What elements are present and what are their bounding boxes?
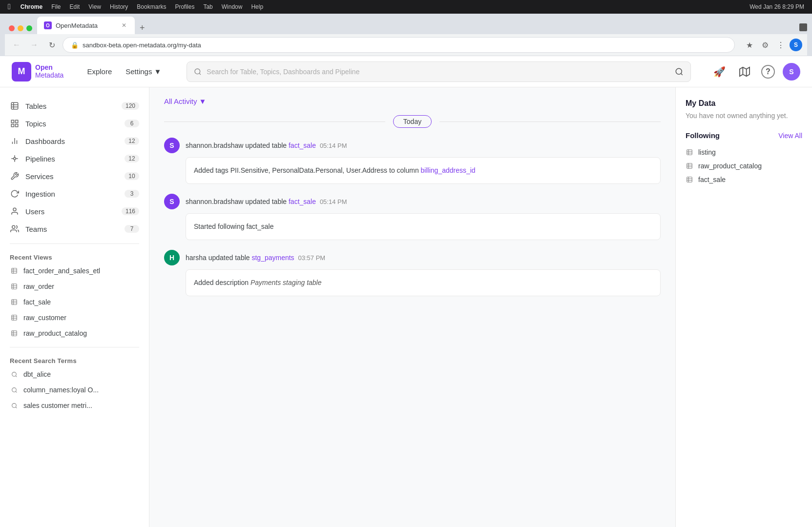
activity-filter-btn[interactable]: All Activity ▼ [164, 97, 206, 105]
pipelines-icon [10, 154, 20, 163]
chrome-nav-bar: ← → ↻ 🔒 sandbox-beta.open-metadata.org/m… [5, 34, 807, 56]
sidebar-item-services[interactable]: Services 10 [0, 167, 149, 185]
view-all-btn[interactable]: View All [778, 132, 802, 140]
nav-explore[interactable]: Explore [81, 63, 118, 80]
svg-rect-25 [687, 163, 692, 169]
nav-settings[interactable]: Settings ▼ [120, 63, 167, 80]
recent-views-section: Recent Views fact_order_and_sales_etl ra… [0, 250, 149, 341]
activity-user-1[interactable]: shannon.bradshaw [186, 198, 243, 205]
recent-view-raw-order[interactable]: raw_order [0, 279, 149, 294]
app-logo[interactable]: M Open Metadata [12, 62, 63, 81]
users-label: Users [25, 207, 116, 216]
recent-search-section: Recent Search Terms dbt_alice column_nam… [0, 353, 149, 413]
right-panel: My Data You have not owned anything yet.… [675, 87, 812, 527]
today-divider: Today [164, 115, 661, 128]
activity-item-header-2: H harsha updated table stg_payments 03:5… [164, 250, 661, 265]
activity-action-0: updated table [245, 142, 289, 149]
sidebar-item-ingestion[interactable]: Ingestion 3 [0, 185, 149, 203]
svg-rect-16 [12, 268, 17, 274]
sidebar: Tables 120 Topics 6 Dashboards [0, 87, 149, 527]
help-icon[interactable]: ? [761, 65, 775, 79]
following-item-fact-sale[interactable]: fact_sale [686, 173, 802, 186]
activity-action-2: updated table [208, 254, 252, 262]
recent-search-2[interactable]: sales customer metri... [0, 398, 149, 413]
search-icon [194, 68, 202, 76]
following-item-listing[interactable]: listing [686, 145, 802, 159]
recent-view-raw-product-catalog[interactable]: raw_product_catalog [0, 325, 149, 341]
my-data-empty-text: You have not owned anything yet. [686, 112, 802, 120]
sidebar-item-topics[interactable]: Topics 6 [0, 115, 149, 132]
mac-menu-window[interactable]: Window [222, 3, 243, 10]
sidebar-item-teams[interactable]: Teams 7 [0, 220, 149, 238]
svg-rect-26 [687, 177, 692, 182]
dashboards-count: 12 [125, 137, 139, 145]
mac-menu-edit[interactable]: Edit [70, 3, 80, 10]
svg-point-22 [12, 387, 16, 392]
ingestion-label: Ingestion [25, 190, 119, 198]
activity-card-link-0[interactable]: billing_address_id [421, 166, 476, 174]
teams-icon [10, 224, 20, 234]
address-bar[interactable]: 🔒 sandbox-beta.open-metadata.org/my-data [62, 37, 735, 53]
search-submit-btn[interactable] [675, 67, 684, 76]
chrome-tab-openmetadata[interactable]: O OpenMetadata ✕ [37, 17, 135, 34]
back-btn[interactable]: ← [10, 38, 23, 52]
recent-search-1[interactable]: column_names:loyal O... [0, 382, 149, 398]
following-label-1: raw_product_catalog [698, 162, 762, 170]
teams-label: Teams [25, 225, 119, 233]
mac-menu-view[interactable]: View [88, 3, 101, 10]
activity-time-0: 05:14 PM [320, 142, 347, 149]
tables-count: 120 [122, 102, 139, 110]
mac-menu-help[interactable]: Help [251, 3, 263, 10]
sidebar-item-users[interactable]: Users 116 [0, 203, 149, 220]
user-avatar[interactable]: S [783, 63, 800, 81]
following-header: Following View All [686, 131, 802, 140]
divider-line-left [164, 122, 385, 122]
mac-menu-file[interactable]: File [51, 3, 61, 10]
mac-menu-profiles[interactable]: Profiles [175, 3, 194, 10]
recent-search-0[interactable]: dbt_alice [0, 366, 149, 382]
forward-btn[interactable]: → [27, 38, 41, 52]
mac-menu-tab[interactable]: Tab [203, 3, 212, 10]
bookmark-icon[interactable]: ★ [743, 38, 756, 52]
mac-menu-history[interactable]: History [110, 3, 128, 10]
activity-header: All Activity ▼ [164, 97, 661, 105]
tab-close-btn[interactable]: ✕ [120, 21, 128, 29]
sidebar-item-tables[interactable]: Tables 120 [0, 97, 149, 115]
svg-point-0 [195, 69, 200, 74]
search-placeholder: Search for Table, Topics, Dashboards and… [207, 68, 359, 76]
activity-table-link-1[interactable]: fact_sale [289, 198, 316, 205]
activity-text-1: shannon.bradshaw updated table fact_sale… [186, 198, 347, 205]
search-icon-recent-0 [10, 370, 19, 379]
activity-table-link-2[interactable]: stg_payments [251, 254, 294, 262]
logo-icon: M [12, 62, 31, 81]
maximize-window-btn[interactable] [26, 25, 32, 31]
global-search-bar[interactable]: Search for Table, Topics, Dashboards and… [187, 61, 691, 82]
svg-rect-19 [12, 315, 17, 321]
sidebar-item-dashboards[interactable]: Dashboards 12 [0, 132, 149, 150]
svg-rect-24 [687, 150, 692, 155]
settings-dropdown-icon: ▼ [154, 67, 161, 76]
rocket-icon[interactable]: 🚀 [710, 63, 728, 81]
chrome-tabs: O OpenMetadata ✕ + [5, 17, 807, 34]
activity-user-0[interactable]: shannon.bradshaw [186, 142, 243, 149]
chrome-profile-avatar[interactable]: S [790, 39, 802, 51]
extensions-icon[interactable]: ⚙ [758, 38, 772, 52]
mac-menu-chrome[interactable]: Chrome [21, 3, 42, 10]
table-icon-following-1 [686, 162, 693, 170]
new-tab-btn[interactable]: + [136, 21, 149, 34]
close-window-btn[interactable] [9, 25, 15, 31]
minimize-window-btn[interactable] [18, 25, 23, 31]
recent-view-fact-order[interactable]: fact_order_and_sales_etl [0, 263, 149, 279]
recent-view-fact-sale[interactable]: fact_sale [0, 294, 149, 310]
tables-icon [10, 101, 20, 111]
activity-table-link-0[interactable]: fact_sale [289, 142, 316, 149]
chrome-menu-icon[interactable]: ⋮ [774, 38, 788, 52]
reload-btn[interactable]: ↻ [45, 38, 59, 52]
map-icon[interactable] [736, 63, 753, 81]
activity-avatar-1: S [164, 194, 180, 209]
activity-user-2[interactable]: harsha [186, 254, 207, 262]
following-item-raw-product[interactable]: raw_product_catalog [686, 159, 802, 173]
mac-menu-bookmarks[interactable]: Bookmarks [137, 3, 166, 10]
sidebar-item-pipelines[interactable]: Pipelines 12 [0, 150, 149, 167]
recent-view-raw-customer[interactable]: raw_customer [0, 310, 149, 325]
